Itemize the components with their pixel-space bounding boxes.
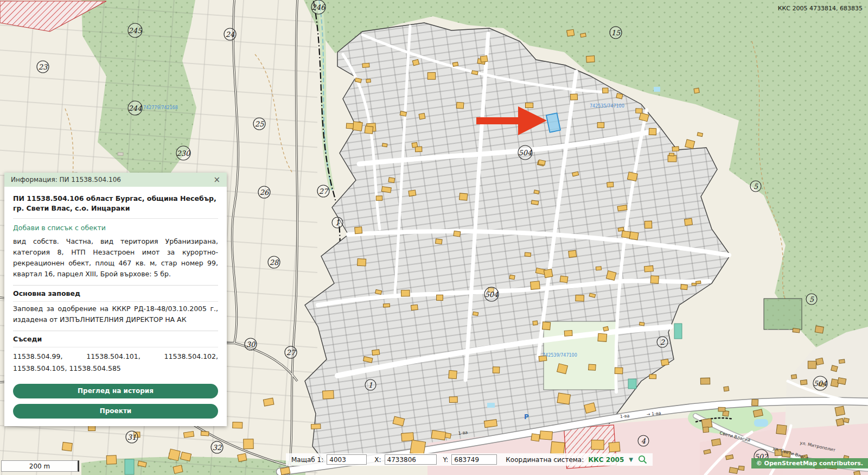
map-parcel-number: 5 — [806, 294, 817, 305]
projects-button[interactable]: Проекти — [13, 404, 218, 419]
building — [280, 467, 290, 474]
building — [650, 276, 659, 284]
building — [88, 426, 95, 431]
scale-label: Мащаб 1: — [291, 456, 323, 464]
building — [793, 328, 800, 333]
building — [684, 218, 692, 225]
map-parcel-number: 504 — [518, 145, 532, 160]
search-icon[interactable] — [638, 455, 647, 464]
building — [525, 103, 533, 107]
chevron-down-icon[interactable]: ▼ — [629, 457, 633, 463]
x-input[interactable] — [385, 454, 437, 465]
building — [570, 94, 577, 100]
building — [525, 252, 531, 257]
building — [836, 419, 844, 426]
neighbors-list: 11538.504.99, 11538.504.101, 11538.504.1… — [13, 347, 218, 378]
building — [531, 200, 539, 205]
osm-attribution[interactable]: © OpenStreetMap contributors. — [751, 458, 868, 468]
building — [649, 128, 656, 135]
building — [696, 281, 701, 284]
map-parcel-number: 32 — [211, 441, 223, 453]
building — [531, 434, 540, 441]
svg-text:P: P — [524, 413, 529, 421]
building — [383, 303, 390, 307]
building — [738, 466, 744, 470]
map-parcel-number: 24 — [224, 28, 236, 40]
building — [484, 420, 497, 428]
add-to-list-link[interactable]: Добави в списък с обекти — [13, 219, 218, 235]
building — [381, 186, 391, 193]
building — [629, 232, 639, 240]
map-parcel-number: 1 — [365, 379, 376, 390]
building — [844, 418, 850, 423]
building — [201, 431, 209, 436]
svg-text:4: 4 — [641, 437, 646, 445]
svg-text:230: 230 — [177, 149, 192, 157]
map-parcel-number: 30 — [245, 338, 257, 350]
map-coordinate-label: 742779/742168 — [143, 105, 178, 110]
building — [627, 172, 637, 181]
crs-value[interactable]: ККС 2005 — [588, 456, 624, 464]
building — [346, 123, 353, 129]
building — [580, 33, 586, 37]
building — [607, 182, 614, 187]
building — [238, 453, 247, 461]
map-parcel-number: 4 — [638, 435, 649, 446]
building — [531, 281, 540, 290]
building — [668, 155, 676, 162]
building — [603, 88, 609, 93]
building — [540, 431, 552, 440]
building — [815, 326, 824, 333]
building — [685, 140, 695, 149]
building — [538, 160, 545, 165]
building — [534, 190, 539, 194]
building — [557, 393, 571, 404]
scale-input[interactable] — [327, 454, 367, 465]
building — [644, 265, 654, 272]
building — [639, 322, 644, 326]
history-button[interactable]: Преглед на история — [13, 384, 218, 398]
building — [752, 399, 758, 406]
map-coordinate-label: 742535/747100 — [590, 104, 624, 109]
order-text: Заповед за одобрение на КККР РД-18-48/03… — [13, 302, 218, 330]
building — [412, 142, 418, 148]
building — [669, 153, 674, 156]
building — [589, 364, 596, 370]
map-parcel-number: 26 — [258, 186, 270, 198]
building — [596, 267, 601, 270]
info-panel-title: Информация: ПИ 11538.504.106 — [11, 176, 121, 183]
building — [692, 283, 696, 285]
building — [712, 439, 721, 446]
parcel-title: ПИ 11538.504.106 област Бургас, община Н… — [13, 188, 218, 219]
building — [106, 455, 117, 464]
building — [649, 375, 656, 379]
svg-text:1: 1 — [335, 219, 340, 227]
building — [606, 271, 616, 281]
building — [603, 326, 609, 331]
building — [376, 196, 382, 200]
building — [311, 424, 320, 429]
building — [681, 284, 688, 290]
building — [838, 377, 846, 384]
building — [569, 250, 577, 257]
parcel-description: вид собств. Частна, вид територия Урбани… — [13, 235, 218, 284]
building — [480, 56, 488, 62]
building — [263, 398, 274, 406]
building — [355, 227, 362, 234]
svg-text:31: 31 — [127, 433, 137, 441]
close-icon[interactable]: × — [213, 176, 220, 184]
y-label: Y: — [443, 456, 449, 464]
scale-bar-label: 200 m — [29, 463, 50, 470]
building — [729, 467, 738, 474]
building — [808, 361, 816, 369]
building — [533, 321, 538, 325]
map-parcel-number: 5 — [750, 181, 761, 192]
cursor-coordinates: ККС 2005 4733814, 683835 — [778, 5, 863, 12]
building — [412, 59, 419, 66]
svg-text:25: 25 — [255, 120, 264, 128]
building — [419, 113, 425, 119]
svg-text:245: 245 — [129, 27, 143, 35]
svg-text:246: 246 — [312, 3, 327, 11]
building — [694, 88, 699, 93]
y-input[interactable] — [451, 454, 497, 465]
